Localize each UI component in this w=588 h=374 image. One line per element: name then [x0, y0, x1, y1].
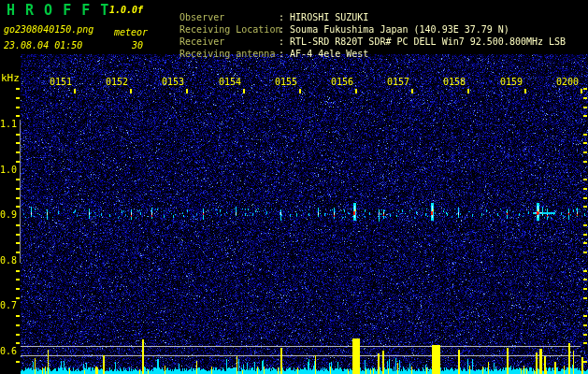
- time-tick-label-0151: 0151: [50, 78, 72, 87]
- time-tick-label-0152: 0152: [106, 78, 128, 87]
- meteor-count-label: meteor: [114, 28, 148, 37]
- time-tick-label-0155: 0155: [275, 78, 297, 87]
- time-tick-label-0200: 0200: [556, 78, 579, 87]
- freq-tick-label-1-0: 1.0: [0, 165, 17, 175]
- hrofft-window: { "app": { "title": "H R O F F T", "vers…: [0, 0, 588, 374]
- app-version-label: 1.0.0f: [109, 6, 143, 15]
- freq-tick-label-0-6: 0.6: [0, 347, 17, 356]
- filename-label: go2308040150.png: [4, 25, 93, 35]
- app-title: H R O F F T: [7, 4, 109, 18]
- header-row-antenna: Receiving antenna:AF-4 4ele West: [168, 40, 368, 59]
- antenna-value: AF-4 4ele West: [290, 49, 368, 59]
- freq-tick-label-1-1: 1.1: [0, 120, 17, 129]
- datetime-label: 23.08.04 01:50: [4, 41, 82, 50]
- time-tick-label-0153: 0153: [162, 78, 184, 87]
- antenna-label: Receiving antenna: [179, 50, 279, 59]
- time-tick-label-0158: 0158: [443, 78, 466, 87]
- time-tick-label-0157: 0157: [387, 78, 409, 87]
- colon: :: [279, 49, 284, 59]
- time-tick-label-0154: 0154: [219, 78, 241, 87]
- freq-tick-label-0-7: 0.7: [0, 301, 17, 310]
- time-tick-label-0159: 0159: [500, 78, 523, 87]
- freq-tick-label-0-9: 0.9: [0, 210, 17, 220]
- time-tick-label-0156: 0156: [331, 78, 353, 87]
- meteor-count-value: 30: [132, 41, 143, 50]
- khz-unit-label: kHz: [1, 73, 20, 83]
- freq-tick-label-0-8: 0.8: [0, 256, 17, 266]
